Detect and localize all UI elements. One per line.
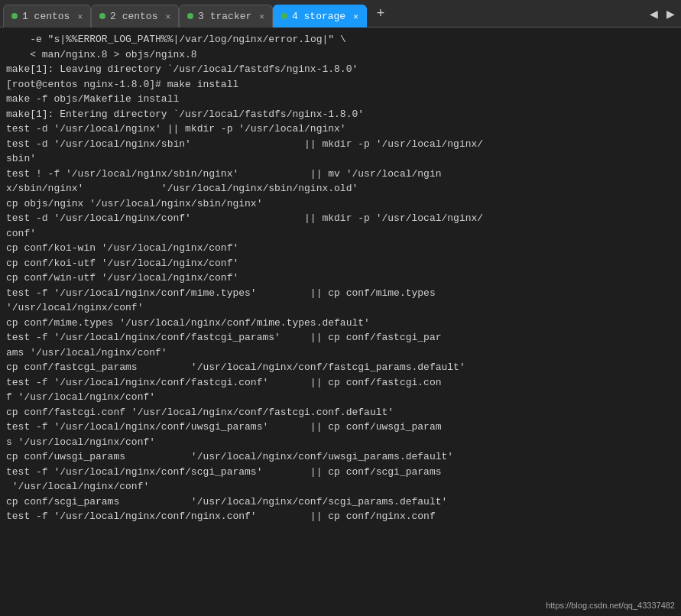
tab-label-4: 4 storage <box>292 11 345 22</box>
tab-label-3: 3 tracker <box>198 11 251 22</box>
tab-3-tracker[interactable]: 3 tracker ✕ <box>179 5 273 28</box>
tab-label-2: 2 centos <box>110 11 157 22</box>
tab-dot-2 <box>99 13 105 19</box>
tab-dot-1 <box>11 13 18 19</box>
tab-bar: 1 centos ✕ 2 centos ✕ 3 tracker ✕ 4 stor… <box>0 0 681 28</box>
tab-dot-3 <box>187 13 193 19</box>
tab-label-1: 1 centos <box>22 11 70 22</box>
tab-nav-right[interactable]: ▶ <box>663 3 678 24</box>
watermark: https://blog.csdn.net/qq_43337482 <box>546 601 675 610</box>
tab-close-4[interactable]: ✕ <box>353 11 358 21</box>
tab-4-storage[interactable]: 4 storage ✕ <box>273 5 367 28</box>
tab-nav: ◀ ▶ <box>646 3 678 24</box>
terminal-output: -e "s|%%ERROR_LOG_PATH%%|/var/log/nginx/… <box>0 28 681 616</box>
tab-1-centos[interactable]: 1 centos ✕ <box>3 5 91 28</box>
tab-close-2[interactable]: ✕ <box>165 11 170 21</box>
tab-2-centos[interactable]: 2 centos ✕ <box>91 5 179 28</box>
tab-close-3[interactable]: ✕ <box>259 11 264 21</box>
tab-nav-left[interactable]: ◀ <box>646 3 661 24</box>
tab-close-1[interactable]: ✕ <box>77 11 83 21</box>
tab-dot-4 <box>281 13 287 19</box>
tab-add-button[interactable]: + <box>370 3 391 24</box>
